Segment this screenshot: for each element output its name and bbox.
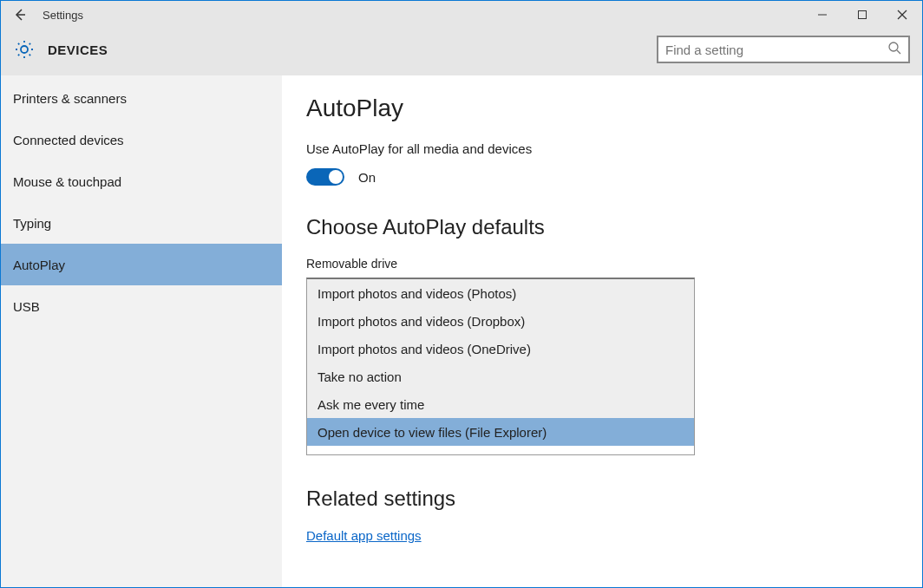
page-title: AutoPlay xyxy=(306,95,898,122)
search-box[interactable] xyxy=(657,36,910,63)
dropdown-option-label: Import photos and videos (Photos) xyxy=(317,286,516,301)
arrow-left-icon xyxy=(13,8,27,22)
sidebar-item-label: Mouse & touchpad xyxy=(13,174,121,189)
sidebar-item-label: Connected devices xyxy=(13,133,124,147)
dropdown-option[interactable]: Ask me every time xyxy=(307,390,694,418)
toggle-knob xyxy=(329,170,343,184)
dropdown-option-label: Open device to view files (File Explorer… xyxy=(317,425,547,440)
dropdown-option[interactable]: Import photos and videos (OneDrive) xyxy=(307,335,694,363)
sidebar: Printers & scanners Connected devices Mo… xyxy=(1,75,282,587)
maximize-icon xyxy=(857,10,867,20)
svg-line-6 xyxy=(897,50,900,54)
removable-drive-dropdown[interactable]: Import photos and videos (Photos) Import… xyxy=(306,278,695,455)
dropdown-option[interactable]: Open device to view files (File Explorer… xyxy=(307,418,694,446)
related-heading: Related settings xyxy=(306,487,898,511)
settings-window: Settings DEVICES Printers & scanners Con… xyxy=(0,0,923,588)
sidebar-item-typing[interactable]: Typing xyxy=(1,202,282,244)
removable-drive-label: Removable drive xyxy=(306,257,898,271)
minimize-button[interactable] xyxy=(802,1,842,29)
content: AutoPlay Use AutoPlay for all media and … xyxy=(282,75,922,587)
toggle-state-label: On xyxy=(358,170,376,185)
default-app-settings-link[interactable]: Default app settings xyxy=(306,528,422,543)
minimize-icon xyxy=(817,10,828,20)
sidebar-item-label: Typing xyxy=(13,216,51,231)
section-title: DEVICES xyxy=(48,42,108,57)
search-icon xyxy=(887,41,901,58)
dropdown-footer xyxy=(307,446,694,454)
sidebar-item-usb[interactable]: USB xyxy=(1,285,282,327)
maximize-button[interactable] xyxy=(842,1,882,29)
dropdown-option[interactable]: Take no action xyxy=(307,363,694,390)
dropdown-option[interactable]: Import photos and videos (Photos) xyxy=(307,279,694,307)
dropdown-option-label: Take no action xyxy=(317,369,402,384)
gear-icon xyxy=(13,38,36,61)
dropdown-option-label: Ask me every time xyxy=(317,397,424,412)
back-button[interactable] xyxy=(1,1,39,29)
body: Printers & scanners Connected devices Mo… xyxy=(1,75,922,587)
autoplay-toggle-row: On xyxy=(306,168,898,186)
sidebar-item-printers[interactable]: Printers & scanners xyxy=(1,77,282,119)
autoplay-description: Use AutoPlay for all media and devices xyxy=(306,141,898,156)
autoplay-toggle[interactable] xyxy=(306,168,344,186)
sidebar-item-label: Printers & scanners xyxy=(13,91,127,106)
sidebar-item-connected-devices[interactable]: Connected devices xyxy=(1,119,282,160)
close-icon xyxy=(897,10,907,20)
close-button[interactable] xyxy=(882,1,922,29)
link-label: Default app settings xyxy=(306,528,422,543)
svg-rect-2 xyxy=(859,11,867,19)
dropdown-option[interactable]: Import photos and videos (Dropbox) xyxy=(307,307,694,335)
header: DEVICES xyxy=(1,29,922,75)
defaults-heading: Choose AutoPlay defaults xyxy=(306,215,898,239)
svg-point-5 xyxy=(889,42,898,51)
sidebar-item-label: AutoPlay xyxy=(13,258,65,272)
sidebar-item-autoplay[interactable]: AutoPlay xyxy=(1,244,282,285)
dropdown-option-label: Import photos and videos (OneDrive) xyxy=(317,342,531,356)
window-title: Settings xyxy=(39,9,83,22)
dropdown-option-label: Import photos and videos (Dropbox) xyxy=(317,314,525,329)
titlebar: Settings xyxy=(1,1,922,29)
search-input[interactable] xyxy=(665,42,887,57)
sidebar-item-mouse-touchpad[interactable]: Mouse & touchpad xyxy=(1,160,282,202)
sidebar-item-label: USB xyxy=(13,299,40,314)
